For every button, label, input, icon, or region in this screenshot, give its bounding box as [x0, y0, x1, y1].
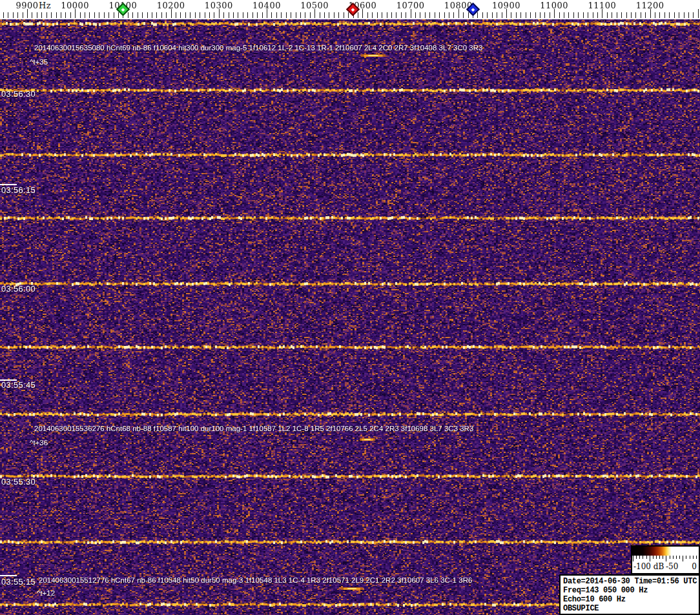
- db-ruler-major-ticks: [633, 556, 699, 561]
- freq-tick: [573, 12, 574, 18]
- db-label-max: 0: [692, 562, 697, 571]
- freq-tick: [51, 12, 52, 18]
- freq-tick: [104, 12, 105, 18]
- freq-tick: [520, 12, 521, 18]
- freq-tick: [396, 12, 396, 18]
- freq-tick: [8, 12, 8, 18]
- freq-tick: [171, 9, 172, 18]
- freq-tick: [588, 12, 588, 18]
- freq-tick: [13, 12, 14, 18]
- freq-tick: [377, 12, 378, 18]
- db-ruler: [632, 556, 699, 562]
- freq-tick: [607, 12, 608, 18]
- detection-note: ^t+12: [37, 589, 55, 597]
- freq-tick: [674, 12, 675, 18]
- freq-tick: [468, 12, 469, 18]
- freq-tick: [578, 12, 579, 18]
- freq-tick: [645, 12, 646, 18]
- freq-tick: [502, 12, 502, 18]
- freq-tick: [621, 12, 622, 18]
- freq-tick: [429, 12, 430, 18]
- freq-tick: [142, 12, 143, 18]
- freq-tick: [32, 12, 32, 18]
- freq-tick-label: 10300: [205, 1, 233, 10]
- freq-tick: [463, 12, 464, 18]
- freq-tick: [348, 12, 349, 18]
- freq-tick: [334, 12, 335, 18]
- freq-tick: [425, 12, 426, 18]
- freq-tick: [564, 12, 564, 18]
- freq-marker-dot: [121, 8, 125, 12]
- freq-tick: [602, 9, 602, 18]
- detection-record: 20140630015512776 hCnt67 nb-86 f10548 hi…: [39, 576, 472, 584]
- freq-tick: [453, 12, 454, 18]
- freq-tick: [444, 12, 445, 18]
- freq-tick: [286, 12, 287, 18]
- freq-tick: [94, 12, 95, 18]
- freq-tick-label: 10000: [61, 1, 89, 10]
- freq-tick: [684, 12, 685, 18]
- freq-tick: [320, 12, 320, 18]
- freq-tick: [516, 12, 517, 18]
- freq-tick: [688, 12, 689, 18]
- freq-tick: [166, 12, 167, 18]
- freq-tick: [3, 12, 4, 18]
- freq-tick: [382, 12, 382, 18]
- freq-tick-label: 10500: [300, 1, 329, 10]
- freq-tick: [238, 12, 238, 18]
- freq-tick: [411, 9, 411, 18]
- freq-tick: [550, 12, 550, 18]
- freq-tick: [497, 12, 497, 18]
- freq-tick: [612, 12, 612, 18]
- freq-tick: [310, 12, 311, 18]
- freq-tick: [583, 12, 584, 18]
- freq-tick: [492, 12, 493, 18]
- freq-tick: [243, 12, 243, 18]
- db-label-mid: -50: [666, 562, 678, 571]
- freq-tick-label: 11100: [588, 1, 616, 10]
- freq-tick-label: 11000: [540, 1, 568, 10]
- freq-tick: [61, 12, 61, 18]
- freq-tick: [147, 12, 148, 18]
- freq-tick: [23, 12, 23, 18]
- freq-tick: [540, 12, 540, 18]
- freq-tick: [65, 12, 66, 18]
- freq-tick: [257, 12, 258, 18]
- detection-note: ^t+35: [30, 58, 48, 66]
- freq-tick: [152, 12, 152, 18]
- freq-tick: [262, 12, 263, 18]
- freq-tick: [305, 12, 305, 18]
- freq-tick: [650, 9, 651, 18]
- freq-tick: [128, 12, 129, 18]
- freq-tick: [291, 12, 291, 18]
- info-echo: Echo=10 600 Hz: [563, 595, 699, 604]
- freq-tick: [180, 12, 181, 18]
- freq-tick: [669, 12, 670, 18]
- time-label: 03:55:30: [1, 477, 36, 487]
- freq-tick: [99, 12, 99, 18]
- freq-marker-dot: [471, 8, 475, 12]
- freq-tick: [477, 12, 478, 18]
- freq-tick: [161, 12, 162, 18]
- info-frequency: Freq=143 050 000 Hz: [563, 586, 699, 595]
- meteor-spectrogram-screen: Hz 9900100001010010200103001040010500106…: [0, 0, 700, 615]
- freq-tick: [568, 12, 569, 18]
- detection-record: 20140630015635080 hCnt69 nb-86 f10604 hi…: [34, 44, 482, 52]
- spectrogram-waterfall[interactable]: [0, 19, 700, 615]
- freq-tick: [27, 9, 28, 18]
- freq-tick: [372, 12, 373, 18]
- freq-tick-label: 10700: [396, 1, 425, 10]
- info-date-time: Date=2014-06-30 Time=01:56 UTC: [563, 577, 699, 586]
- freq-tick: [324, 12, 325, 18]
- freq-tick: [138, 12, 138, 18]
- freq-tick: [118, 12, 119, 18]
- freq-tick: [223, 12, 224, 18]
- freq-tick: [435, 12, 435, 18]
- db-gradient-bar: [632, 547, 699, 556]
- db-scale-labels: -100 dB -50 0: [632, 562, 699, 572]
- time-label: 03:55:15: [1, 577, 36, 587]
- freq-tick: [271, 12, 272, 18]
- freq-tick: [80, 12, 81, 18]
- freq-tick: [458, 9, 459, 18]
- detection-note: ^t+36: [30, 439, 48, 447]
